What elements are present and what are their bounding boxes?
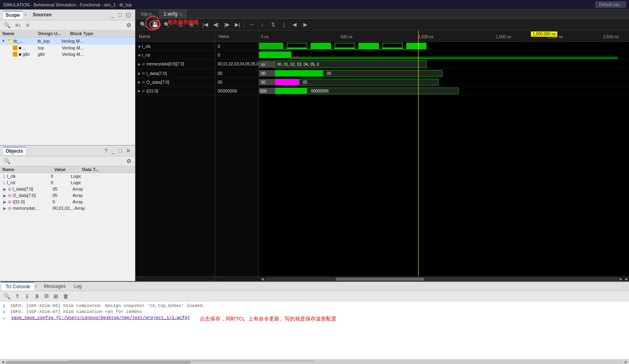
cursor-time-label: 1,000,000 ns [531,31,557,37]
tree-glbl-block: Verilog M... [62,52,133,57]
scope-search-button[interactable]: 🔍 [2,22,12,29]
wave-scroll-extra[interactable]: ◀ [624,277,627,281]
wave-ldata-expand[interactable]: ▶ [138,71,141,75]
tab-tcl-console[interactable]: Tcl Console [2,282,34,291]
objects-float-icon[interactable]: ✕ [125,147,132,154]
console-hscrollbar-thumb[interactable] [6,361,191,364]
signal-i31-type: Array [73,199,83,204]
expand-i31[interactable]: ▶ [3,200,6,204]
tab-messages[interactable]: Messages [40,282,70,290]
tree-item-top[interactable]: ■ ... top Verilog M... [0,45,135,51]
wave-val-lrst-row: 0 [215,51,259,59]
signal-lrst-name: l_rst [7,180,51,185]
objects-help-icon[interactable]: ? [103,147,109,154]
wave-i31-expand[interactable]: ▶ [138,89,141,93]
objects-maximize-icon[interactable]: □ [118,147,123,154]
console-up-button[interactable]: ⇑ [14,293,21,300]
wave-sig-mem-name-row: ▶ ⊞ memorydata[0:8][7:0] [136,59,215,69]
minimize-icon[interactable]: _ [110,11,116,18]
console-clear-button[interactable]: 🗑 [62,293,70,300]
app-title: SIMULATION - Behavioral Simulation - Fun… [3,2,132,7]
tree-item-tb[interactable]: ▾ 📁 tb_... tb_top Verilog M... [0,37,135,45]
signal-odata-name: O_data[7:0] [13,193,53,198]
wave-tab-wcfg[interactable]: 1.wcfg ✕ [159,10,187,18]
tab-sources[interactable]: Sources [30,11,54,18]
wave-odata-value: 05 [218,80,222,85]
ldata-svg: 00 05 [259,69,629,78]
wave-val-ldata-row: 05 [215,69,259,78]
wave-prev-marker-button[interactable]: ◀ [290,20,299,29]
wave-hscrollbar[interactable] [265,277,619,281]
wave-ldata-label: l_data[7:0] [146,71,167,76]
maximize-icon[interactable]: □ [117,11,123,18]
tab-objects[interactable]: Objects [3,147,26,155]
float-icon[interactable]: ◱ [124,11,132,18]
signal-odata-value: 05 [53,193,73,198]
tcl-tab-close[interactable]: ✕ [34,284,37,289]
signal-i31-value: 6 [53,199,73,204]
objects-settings-button[interactable]: ⚙ [125,157,133,165]
wave-scroll-right[interactable]: ▶ [619,277,623,281]
expand-memdat[interactable]: ▶ [3,206,6,211]
scope-expand-all-button[interactable]: ≡↕ [14,22,22,29]
default-layout-button[interactable]: Default Lay... [596,2,626,8]
scope-collapse-all-button[interactable]: ≡ [25,22,30,29]
wave-nav-next-button[interactable]: |▶ [222,20,232,29]
objects-panel-header: Objects ? _ □ ✕ [0,146,135,156]
signal-lrst[interactable]: L l_rst 0 Logic [0,179,135,186]
signal-odata[interactable]: ▶ ⊞ O_data[7:0] 05 Array [0,192,135,199]
wave-names-column: Name ◆ l_clk ◆ l_rst ▶ ⊞ memorydata[0:8]… [136,31,215,276]
wave-i31-icon: ⊞ [142,89,145,93]
signal-memdat[interactable]: ▶ ⊞ memorydat... 00,01,02,... Array [0,205,135,211]
wave-zoom-in-button[interactable]: 🔍 [138,20,148,29]
wave-expand-h-button[interactable]: ↔ [247,20,256,29]
wave-save-button[interactable]: 💾 [149,20,161,29]
wave-nav-prev-button[interactable]: ◀| [211,20,221,29]
console-table-button[interactable]: ⊞ [52,293,59,300]
console-down-button[interactable]: ⇓ [24,293,31,300]
tab-log[interactable]: Log [70,282,86,290]
tree-tb-design: tb_top [37,39,61,43]
tree-tb-block: Verilog M... [61,39,133,43]
scope-panel-header: Scope ✕ Sources _ □ ◱ [0,10,135,20]
save-annotation-text: 单击保存按钮 [167,19,199,26]
objects-minimize-icon[interactable]: _ [110,147,116,154]
wave-hscrollbar-thumb[interactable] [336,277,424,281]
scope-tab-close[interactable]: ✕ [24,13,27,17]
info-prompt-1: ℹ [3,303,8,309]
wave-tab-wcfg-close[interactable]: ✕ [179,12,182,16]
wave-tab-topv-label: top.v... [141,11,155,17]
signal-lclk[interactable]: L l_clk 0 Logic [0,173,135,179]
console-copy-button[interactable]: ⧉ [43,292,50,300]
wave-tab-topv[interactable]: top.v... [137,10,159,18]
tree-item-glbl[interactable]: ■ glbl glbl Verilog M... [0,51,135,57]
wave-expand-v-button[interactable]: ⇅ [268,20,278,29]
wave-nav-start-button[interactable]: |◀ [200,20,210,29]
wave-i31-label: i[31:0] [146,89,158,93]
console-content: ℹ INFO: [USF-XSim-96] XSim completed. De… [0,301,629,360]
wave-scroll-left[interactable]: ◀ [261,277,264,281]
wave-mem-expand[interactable]: ▶ [138,62,141,66]
objects-search-button[interactable]: 🔍 [2,157,12,165]
wave-timeline[interactable]: 1,000,000 ns 0 ns 500 ns 1,000 ns 1,500 … [259,31,629,276]
wave-next-marker-button[interactable]: ▶ [301,20,310,29]
svg-rect-30 [307,88,458,94]
col-block-header: Block Type [70,31,133,36]
console-search-button[interactable]: 🔍 [2,293,12,300]
wave-marker-button[interactable]: | [279,20,289,29]
ruler-0ns: 0 ns [261,35,269,39]
svg-rect-29 [275,88,307,94]
signal-i31[interactable]: ▶ ⊞ i[31:0] 6 Array [0,199,135,205]
svg-text:00: 00 [261,71,266,76]
console-hscrollbar[interactable] [6,361,623,364]
wave-odata-expand[interactable]: ▶ [138,80,141,84]
console-pause-button[interactable]: ⏸ [33,293,41,300]
wave-nav-end-button[interactable]: ▶| [233,20,242,29]
expand-ldata[interactable]: ▶ [3,187,6,191]
signal-ldata[interactable]: ▶ ⊞ l_data[7:0] 05 Array [0,186,135,192]
scope-settings-button[interactable]: ⚙ [125,22,133,29]
tree-toggle-tb[interactable]: ▾ [2,38,7,43]
tab-scope[interactable]: Scope [3,11,22,19]
wave-contract-h-button[interactable]: ↕ [257,20,267,29]
expand-odata[interactable]: ▶ [3,193,6,198]
